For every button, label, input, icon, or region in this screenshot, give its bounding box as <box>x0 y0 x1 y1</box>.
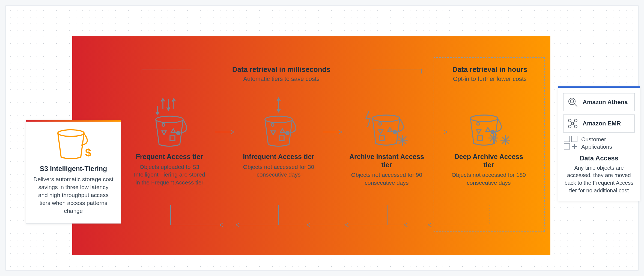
svg-rect-33 <box>478 136 482 141</box>
hrs-header-sub: Opt-in to further lower costs <box>446 75 533 83</box>
svg-point-18 <box>286 131 289 135</box>
tier-archive-instant: Archive Instant Access tier Objects not … <box>348 96 425 187</box>
customer-apps-icon <box>564 136 577 149</box>
tier-frequent-desc: Objects uploaded to S3 Intelligent-Tieri… <box>131 163 208 187</box>
tier-deep-archive-desc: Objects not accessed for 180 consecutive… <box>451 171 527 187</box>
s3-tiering-card: $ S3 Intelligent-Tiering Delivers automa… <box>26 120 121 224</box>
svg-marker-9 <box>171 129 175 133</box>
svg-point-24 <box>393 130 396 134</box>
svg-point-53 <box>574 125 577 128</box>
return-path-icon <box>153 205 497 230</box>
svg-rect-10 <box>170 136 175 141</box>
bucket-deep-archive-icon <box>451 96 527 148</box>
s3-tiering-title: S3 Intelligent-Tiering <box>33 165 114 173</box>
svg-rect-23 <box>380 136 384 141</box>
svg-line-57 <box>571 124 572 125</box>
svg-point-19 <box>372 115 400 122</box>
hrs-header-title: Data retrieval in hours <box>446 65 533 74</box>
svg-marker-15 <box>271 131 275 135</box>
data-access-card: Amazon Athena Amazon EMR Cu <box>558 86 640 201</box>
arrow-right-1-icon <box>215 129 235 135</box>
svg-text:$: $ <box>85 147 91 159</box>
svg-point-52 <box>568 125 571 128</box>
svg-line-58 <box>574 124 575 125</box>
tier-deep-archive: Deep Archive Access tier Objects not acc… <box>451 96 527 187</box>
svg-point-50 <box>568 119 571 122</box>
svg-line-55 <box>571 122 572 123</box>
bracket-right-icon <box>372 69 422 74</box>
svg-point-11 <box>177 131 180 135</box>
tier-frequent: Frequent Access tier Objects uploaded to… <box>131 96 208 187</box>
s3-bucket-dollar-icon: $ <box>33 129 114 161</box>
tier-frequent-title: Frequent Access tier <box>131 153 208 161</box>
svg-point-34 <box>491 130 494 134</box>
svg-marker-31 <box>476 130 481 134</box>
tier-archive-instant-title: Archive Instant Access tier <box>348 153 425 169</box>
ms-header: Data retrieval in milliseconds Automatic… <box>197 65 366 83</box>
svg-point-51 <box>574 119 577 122</box>
bucket-infrequent-icon <box>240 96 317 148</box>
athena-label: Amazon Athena <box>583 99 628 106</box>
hrs-header: Data retrieval in hours Opt-in to furthe… <box>446 65 533 83</box>
svg-point-20 <box>379 122 381 125</box>
arrow-right-2-icon <box>323 129 343 135</box>
bucket-frequent-icon <box>131 96 208 148</box>
tier-deep-archive-title: Deep Archive Access tier <box>451 153 527 169</box>
svg-marker-21 <box>378 130 383 134</box>
svg-point-47 <box>569 98 575 105</box>
ms-header-title: Data retrieval in milliseconds <box>197 65 366 74</box>
svg-point-48 <box>570 100 574 103</box>
service-athena: Amazon Athena <box>563 93 635 111</box>
data-access-title: Data Access <box>563 154 635 162</box>
svg-marker-8 <box>162 131 166 135</box>
tier-archive-instant-desc: Objects not accessed for 90 consecutive … <box>348 171 425 187</box>
svg-marker-22 <box>388 128 392 131</box>
emr-icon <box>567 118 579 130</box>
svg-point-6 <box>156 116 183 123</box>
svg-point-29 <box>470 115 498 122</box>
tier-infrequent-desc: Objects not accessed for 30 consecutive … <box>240 163 317 179</box>
svg-point-14 <box>271 124 274 126</box>
customer-apps-label: Customer Applications <box>581 136 612 151</box>
svg-point-13 <box>265 116 292 123</box>
bucket-archive-instant-icon <box>348 96 425 148</box>
svg-point-7 <box>162 124 165 126</box>
data-access-desc: Any time objects are accessed, they are … <box>563 164 635 194</box>
svg-point-0 <box>58 130 84 136</box>
ms-header-sub: Automatic tiers to save costs <box>197 75 366 83</box>
bracket-left-icon <box>142 69 191 74</box>
svg-line-56 <box>574 122 575 123</box>
s3-tiering-desc: Delivers automatic storage cost savings … <box>33 175 114 215</box>
athena-icon <box>567 96 579 108</box>
arrow-right-3-dashed-icon <box>428 129 448 135</box>
svg-line-49 <box>574 104 577 107</box>
diagram-canvas: Data retrieval in milliseconds Automatic… <box>5 5 639 271</box>
customer-apps-row: Customer Applications <box>564 136 635 151</box>
svg-marker-16 <box>280 129 285 133</box>
tier-infrequent: Infrequent Access tier Objects not acces… <box>240 96 317 179</box>
svg-point-30 <box>477 122 479 125</box>
service-emr: Amazon EMR <box>563 114 635 133</box>
svg-rect-17 <box>279 136 284 141</box>
emr-label: Amazon EMR <box>583 120 621 127</box>
svg-marker-32 <box>486 128 490 131</box>
tier-infrequent-title: Infrequent Access tier <box>240 153 317 161</box>
